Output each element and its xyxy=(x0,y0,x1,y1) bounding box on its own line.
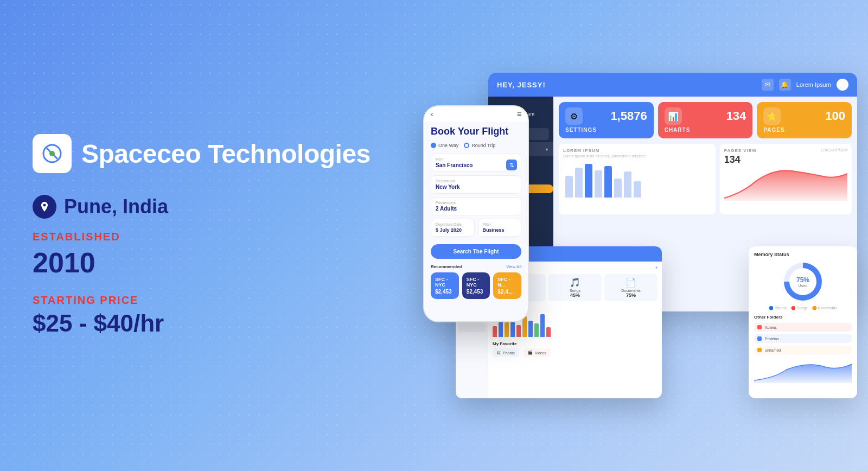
search-flight-button[interactable]: Search The Flight xyxy=(431,244,521,259)
songs-pct: 45% xyxy=(552,292,598,298)
fm-favorite-header: My Favorite xyxy=(493,341,658,346)
view-all-link[interactable]: View All xyxy=(506,264,521,269)
songs-name: Songs xyxy=(552,289,598,292)
to-label: Destination xyxy=(436,179,516,183)
fav-photos-icon: 🖼 xyxy=(497,351,501,355)
from-value: San Francisco xyxy=(436,162,516,168)
favorite-photos: 🖼 Photos xyxy=(493,348,519,357)
pages-number: 100 xyxy=(825,109,845,123)
established-label: ESTABLISHED xyxy=(33,231,380,243)
from-field[interactable]: From San Francisco ⇅ xyxy=(431,154,521,172)
date-value: 5 July 2020 xyxy=(436,227,470,233)
phone-status-bar: ‹ ≡ xyxy=(424,106,528,122)
date-field[interactable]: Departure Date 5 July 2020 xyxy=(431,219,475,237)
chart2-number: 134 xyxy=(724,154,757,166)
pricing-section: STARTING PRICE $25 - $40/hr xyxy=(33,294,380,337)
class-field[interactable]: Filter Business xyxy=(478,219,522,237)
chart-card-bar: LOREM IPSUM Lorem ipsum dolor sit amet, … xyxy=(559,144,716,214)
other-folder-3: unnamed xyxy=(754,346,852,354)
stat-card-settings-top: ⚙ 1,5876 xyxy=(565,107,647,125)
chart2-header: PAGES VIEW 134 LOREM IPSUM xyxy=(724,148,847,166)
charts-number: 134 xyxy=(726,109,746,123)
stat-card-charts-top: 📊 134 xyxy=(665,107,746,125)
dashboard-header: HEY, JESSY! ✉ 🔔 Lorem Ipsum xyxy=(488,73,857,97)
back-icon[interactable]: ‹ xyxy=(431,110,433,118)
folder-dot-red xyxy=(757,325,762,329)
fm-bar-10 xyxy=(546,327,551,337)
memory-title: Memory Status xyxy=(754,252,852,257)
class-value: Business xyxy=(483,227,517,233)
settings-number: 1,5876 xyxy=(610,109,647,123)
fav-videos-icon: 🎬 xyxy=(528,351,533,355)
nav-arrow: ▾ xyxy=(546,147,548,152)
swap-button[interactable]: ⇅ xyxy=(506,160,517,170)
folder-dot-orange xyxy=(757,348,762,352)
memory-panel: Memory Status 75% Used 🔵 Photos 🔴 Songs … xyxy=(749,246,857,398)
chart-card-area: PAGES VIEW 134 LOREM IPSUM xyxy=(720,144,852,214)
charts-label: CHARTS xyxy=(665,127,746,133)
other-folders-title: Other Folders xyxy=(754,315,852,320)
flight-card-3[interactable]: SFC - N... $2,4... xyxy=(493,272,521,299)
bar-1 xyxy=(565,176,573,198)
one-way-label: One Way xyxy=(438,143,458,148)
docs-icon: 📄 xyxy=(608,277,654,288)
fav-photos-name: Photos xyxy=(503,351,515,355)
stat-card-pages: ⭐ 100 PAGES xyxy=(757,102,852,138)
bar-6 xyxy=(614,179,622,198)
radio-round xyxy=(464,143,469,148)
legend-docs: 🟠 Documents xyxy=(812,306,837,310)
established-year: 2010 xyxy=(33,246,380,279)
right-section: HEY, JESSY! ✉ 🔔 Lorem Ipsum Lore Ipsum 🔍 xyxy=(423,73,857,398)
passengers-value: 2 Adults xyxy=(436,206,516,212)
menu-icon[interactable]: ≡ xyxy=(517,110,521,118)
mail-icon: ✉ xyxy=(762,79,774,91)
passengers-field[interactable]: Passengers 2 Adults xyxy=(431,197,521,215)
stat-card-pages-top: ⭐ 100 xyxy=(763,107,845,125)
flight-card-1[interactable]: SFC - NYC $2,453 xyxy=(431,272,459,299)
docs-name: Documents xyxy=(608,289,654,292)
to-field[interactable]: Destination New York xyxy=(431,175,521,194)
header-username: Lorem Ipsum xyxy=(796,81,831,88)
price-label: STARTING PRICE xyxy=(33,294,380,307)
radio-one-way xyxy=(431,143,436,148)
trip-type: One Way Round Trip xyxy=(431,143,521,148)
from-label: From xyxy=(436,157,516,161)
flight-cards: SFC - NYC $2,453 SFC - NYC $2,453 SFC - … xyxy=(431,272,521,299)
flight-price-2: $2,453 xyxy=(467,289,486,295)
bar-2 xyxy=(575,168,583,198)
add-folder-icon[interactable]: + xyxy=(655,266,658,271)
fm-bar-7 xyxy=(528,321,533,337)
chart2-title: PAGES VIEW xyxy=(724,148,757,153)
flight-price-3: $2,4... xyxy=(497,289,517,295)
pages-icon: ⭐ xyxy=(763,107,781,125)
donut-sublabel: Used xyxy=(796,284,809,288)
dashboard-greeting: HEY, JESSY! xyxy=(497,81,546,89)
chart1-title: LOREM IPSUM xyxy=(563,148,711,153)
legend: 🔵 Photos 🔴 Songs 🟠 Documents xyxy=(754,306,852,310)
other-folder-name-3: unnamed xyxy=(765,348,848,352)
folder-dot-blue xyxy=(757,336,762,341)
settings-icon: ⚙ xyxy=(565,107,583,125)
docs-pct: 75% xyxy=(608,292,654,298)
location-row: Pune, India xyxy=(33,195,380,219)
songs-icon: 🎵 xyxy=(552,277,598,288)
donut-label: 75% Used xyxy=(796,276,809,288)
trip-round[interactable]: Round Trip xyxy=(464,143,495,148)
fm-bar-9 xyxy=(540,314,545,337)
class-label: Filter xyxy=(483,222,517,226)
recommended-header: Recommended View All xyxy=(431,264,521,269)
fm-bar-8 xyxy=(534,323,539,337)
other-folder-1: Autens xyxy=(754,323,852,332)
brand-row: Spaceceo Technologies xyxy=(33,134,380,173)
left-section: Spaceceo Technologies Pune, India ESTABL… xyxy=(33,134,380,337)
date-class-row: Departure Date 5 July 2020 Filter Busine… xyxy=(431,219,521,240)
bar-3 xyxy=(585,164,592,198)
swap-container: ⇅ xyxy=(506,160,517,170)
passengers-label: Passengers xyxy=(436,201,516,205)
brand-logo xyxy=(33,134,72,173)
settings-label: SETTINGS xyxy=(565,127,647,133)
other-folder-name-2: Proteins xyxy=(765,337,848,341)
dashboard-header-right: ✉ 🔔 Lorem Ipsum xyxy=(762,79,848,91)
trip-one-way[interactable]: One Way xyxy=(431,143,458,148)
flight-card-2[interactable]: SFC - NYC $2,453 xyxy=(462,272,490,299)
